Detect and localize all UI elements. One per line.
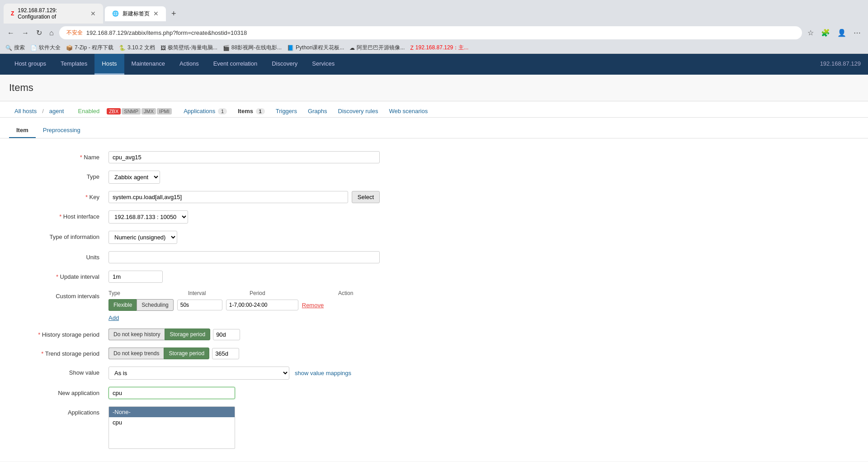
subnav-items[interactable]: Items 1	[232, 105, 270, 117]
address-bar[interactable]: 不安全 192.168.87.129/zabbix/items.php?form…	[59, 26, 802, 39]
key-control: Select	[108, 191, 380, 203]
reload-button[interactable]: ↻	[34, 27, 44, 39]
show-value-select[interactable]: As is	[108, 367, 289, 380]
bookmark-python-course[interactable]: 📘 Python课程天花板...	[287, 44, 344, 52]
forward-button[interactable]: →	[20, 27, 31, 39]
ci-period-input[interactable]	[226, 300, 298, 310]
type-info-select[interactable]: Numeric (unsigned)	[108, 231, 177, 244]
ci-add-button[interactable]: Add	[108, 314, 119, 321]
new-tab-button[interactable]: +	[168, 7, 180, 20]
zabbix-nav: Host groups Templates Hosts Maintenance …	[0, 54, 868, 75]
tab-close-1[interactable]: ✕	[90, 10, 96, 17]
history-storage-control: Do not keep history Storage period	[108, 329, 380, 340]
nav-event-correlation[interactable]: Event correlation	[206, 54, 265, 75]
menu-button[interactable]: ⋯	[852, 27, 863, 39]
key-input-group: Select	[108, 191, 380, 203]
address-bar-row: ← → ↻ ⌂ 不安全 192.168.87.129/zabbix/items.…	[0, 24, 868, 42]
tab-preprocessing[interactable]: Preprocessing	[36, 123, 88, 138]
custom-intervals-label: Custom intervals	[9, 290, 108, 300]
show-value-label: Show value	[9, 367, 108, 376]
page-header: Items	[0, 75, 868, 101]
account-button[interactable]: 👤	[835, 27, 848, 39]
ci-col-type: Type	[108, 290, 181, 296]
bookmark-search[interactable]: 🔍 搜索	[5, 44, 25, 52]
history-storage-input[interactable]	[213, 329, 240, 340]
subnav-all-hosts[interactable]: All hosts	[9, 105, 42, 117]
name-control	[108, 151, 380, 163]
new-application-row: New application	[0, 383, 868, 403]
type-info-control: Numeric (unsigned)	[108, 231, 380, 244]
history-btn-no-keep[interactable]: Do not keep history	[108, 329, 165, 340]
new-application-input[interactable]	[108, 387, 235, 399]
ci-col-interval: Interval	[188, 290, 242, 296]
nav-templates[interactable]: Templates	[53, 54, 94, 75]
trend-btn-group: Do not keep trends Storage period	[108, 348, 209, 359]
subnav-discovery-rules[interactable]: Discovery rules	[333, 105, 384, 117]
ci-col-action: Action	[338, 290, 374, 296]
subnav-web-scenarios[interactable]: Web scenarios	[383, 105, 433, 117]
bookmark-7zip[interactable]: 📦 7-Zip - 程序下载	[66, 44, 113, 52]
host-interface-select[interactable]: 192.168.87.133 : 10050	[108, 210, 188, 224]
subnav-agent[interactable]: agent	[44, 105, 70, 117]
btn-scheduling[interactable]: Scheduling	[137, 299, 173, 311]
nav-hosts[interactable]: Hosts	[94, 54, 124, 75]
favorites-button[interactable]: ☆	[806, 27, 816, 39]
bookmark-software[interactable]: 📄 软件大全	[30, 44, 61, 52]
trend-btn-no-keep[interactable]: Do not keep trends	[108, 348, 164, 359]
show-value-control: As is show value mappings	[108, 367, 380, 380]
custom-intervals-row: Custom intervals Type Interval Period Ac…	[0, 286, 868, 325]
units-row: Units	[0, 248, 868, 267]
subnav-graphs[interactable]: Graphs	[302, 105, 333, 117]
subnav-applications[interactable]: Applications 1	[178, 105, 232, 117]
bookmark-aliyun[interactable]: ☁ 阿里巴巴开源镜像...	[349, 44, 405, 52]
nav-actions[interactable]: Actions	[172, 54, 206, 75]
key-input[interactable]	[108, 191, 348, 203]
show-value-row: Show value As is show value mappings	[0, 363, 868, 383]
trend-storage-input[interactable]	[212, 348, 239, 359]
subnav-snmp-badge[interactable]: SNMP	[122, 108, 141, 114]
subnav-ipmi-badge[interactable]: IPMI	[157, 108, 172, 114]
nav-maintenance[interactable]: Maintenance	[124, 54, 172, 75]
tab-item[interactable]: Item	[9, 123, 36, 138]
bookmark-wallpaper[interactable]: 🖼 极简壁纸-海量电脑...	[160, 44, 217, 52]
tab-close-2[interactable]: ✕	[153, 10, 159, 17]
select-button[interactable]: Select	[352, 191, 380, 203]
subnav-zbx-badge[interactable]: ZBX	[107, 108, 121, 114]
form-tabs: Item Preprocessing	[0, 118, 868, 138]
trend-btn-storage-period[interactable]: Storage period	[164, 348, 209, 359]
home-button[interactable]: ⌂	[47, 27, 56, 39]
history-storage-label: History storage period	[9, 329, 108, 338]
tab-1[interactable]: Z 192.168.87.129: Configuration of ✕	[4, 4, 103, 24]
subnav-jmx-badge[interactable]: JMX	[142, 108, 156, 114]
browser-chrome: Z 192.168.87.129: Configuration of ✕ 🌐 新…	[0, 0, 868, 54]
subnav-enabled[interactable]: Enabled	[73, 105, 105, 117]
nav-discovery[interactable]: Discovery	[264, 54, 305, 75]
nav-services[interactable]: Services	[305, 54, 342, 75]
units-label: Units	[9, 251, 108, 261]
bookmark-88film[interactable]: 🎬 88影视网-在线电影...	[223, 44, 282, 52]
ci-remove-button[interactable]: Remove	[302, 302, 324, 309]
applications-row: Applications -None- cpu	[0, 403, 868, 452]
show-value-mappings-link[interactable]: show value mappings	[295, 370, 351, 376]
tab-bar: Z 192.168.87.129: Configuration of ✕ 🌐 新…	[0, 0, 868, 24]
applications-select[interactable]: -None- cpu	[108, 406, 235, 449]
nav-host-groups[interactable]: Host groups	[7, 54, 53, 75]
extensions-button[interactable]: 🧩	[819, 27, 832, 39]
host-interface-control: 192.168.87.133 : 10050	[108, 210, 380, 224]
units-input[interactable]	[108, 251, 380, 263]
ci-interval-input[interactable]	[177, 300, 222, 310]
btn-flexible[interactable]: Flexible	[108, 299, 137, 311]
back-button[interactable]: ←	[5, 27, 16, 39]
history-btn-storage-period[interactable]: Storage period	[165, 329, 210, 340]
page-content: Items All hosts / agent Enabled ZBX SNMP…	[0, 75, 868, 462]
bookmark-python-docs[interactable]: 🐍 3.10.2 文档	[119, 44, 155, 52]
name-input[interactable]	[108, 151, 380, 163]
tab-favicon-2: 🌐	[112, 10, 119, 17]
custom-intervals-control: Type Interval Period Action Flexible Sch…	[108, 290, 380, 321]
update-interval-input[interactable]	[108, 271, 163, 283]
subnav-triggers[interactable]: Triggers	[270, 105, 302, 117]
bookmark-zabbix[interactable]: Z 192.168.87.129：主...	[410, 44, 468, 52]
tab-2[interactable]: 🌐 新建标签页 ✕	[105, 6, 166, 21]
security-warning: 不安全	[66, 29, 83, 37]
type-select[interactable]: Zabbix agent	[108, 171, 160, 184]
